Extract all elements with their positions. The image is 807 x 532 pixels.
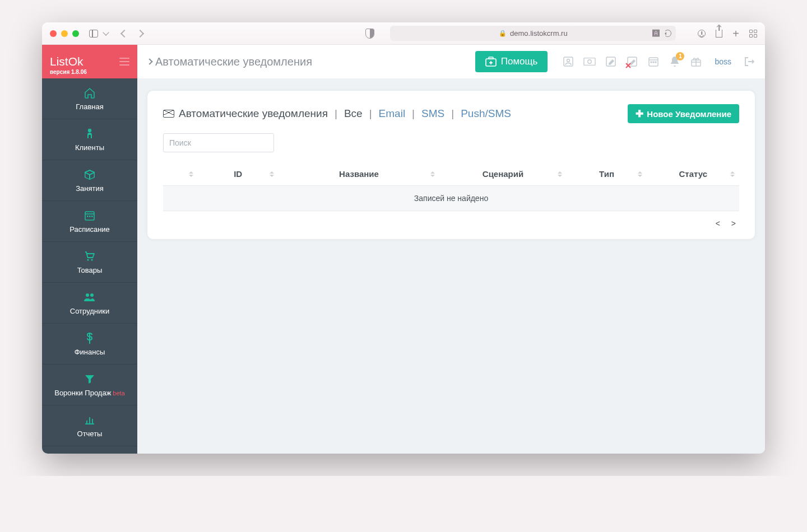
box-icon xyxy=(84,169,96,181)
svg-point-19 xyxy=(588,60,591,63)
sidebar-item-label: Главная xyxy=(76,102,103,111)
sidebar-item-home[interactable]: Главная xyxy=(42,78,137,119)
home-icon xyxy=(84,87,96,99)
refresh-icon[interactable] xyxy=(664,30,671,37)
forward-button[interactable] xyxy=(136,29,144,37)
window-controls[interactable] xyxy=(50,30,79,37)
bell-icon[interactable]: 1 xyxy=(669,55,681,68)
brand-name: ListOk xyxy=(50,55,84,68)
help-button[interactable]: Помощь xyxy=(475,51,548,72)
sidebar-item-label: Сотрудники xyxy=(70,307,109,315)
sidebar-item-label: Отчеты xyxy=(77,430,103,438)
page-title: Автоматические уведомления xyxy=(147,55,312,68)
notifications-panel: Автоматические уведомления | Все | Email… xyxy=(147,91,755,239)
sidebar-item-staff[interactable]: Сотрудники xyxy=(42,283,137,324)
new-notification-button[interactable]: ✚ Новое Уведомление xyxy=(628,104,739,123)
gift-icon[interactable] xyxy=(690,55,702,68)
sidebar-item-finance[interactable]: Финансы xyxy=(42,324,137,365)
svg-point-25 xyxy=(653,62,654,63)
edit-icon[interactable] xyxy=(605,55,617,68)
sidebar-item-funnels[interactable]: Воронки Продажbeta xyxy=(42,365,137,405)
sidebar-item-label: Финансы xyxy=(75,348,105,356)
pager-prev[interactable]: < xyxy=(716,219,720,228)
svg-point-26 xyxy=(655,62,656,63)
plus-icon: ✚ xyxy=(636,109,643,119)
share-icon[interactable] xyxy=(716,30,722,38)
url-text: demo.listokcrm.ru xyxy=(510,29,568,38)
col-name[interactable]: Название xyxy=(279,162,440,186)
url-bar[interactable]: 🔒 demo.listokcrm.ru 🅰 xyxy=(390,26,676,41)
topbar: Автоматические уведомления Помощь 1 xyxy=(137,45,765,78)
sidebar-item-label: Расписание xyxy=(69,225,110,234)
sidebar-item-classes[interactable]: Занятия xyxy=(42,160,137,201)
svg-point-0 xyxy=(88,128,91,132)
svg-point-8 xyxy=(86,293,89,297)
app-sidebar: ListOk версия 1.8.06 Главная Клиенты Зан… xyxy=(42,45,137,454)
money-icon[interactable] xyxy=(583,55,596,68)
translate-icon[interactable]: 🅰 xyxy=(652,29,660,38)
sidebar-item-label: Занятия xyxy=(76,184,104,193)
sidebar-item-reports[interactable]: Отчеты xyxy=(42,405,137,446)
filter-sms[interactable]: SMS xyxy=(421,108,444,120)
card-icon[interactable] xyxy=(562,55,574,68)
panel-heading: Автоматические уведомления xyxy=(179,108,328,120)
svg-rect-18 xyxy=(584,58,595,66)
back-button[interactable] xyxy=(120,29,128,37)
sidebar-toggle-icon xyxy=(89,30,98,38)
svg-rect-3 xyxy=(87,216,89,217)
svg-point-6 xyxy=(87,259,89,260)
calendar-icon xyxy=(84,209,95,222)
notification-badge: 1 xyxy=(676,52,684,60)
svg-rect-4 xyxy=(89,216,91,217)
browser-titlebar: 🔒 demo.listokcrm.ru 🅰 + xyxy=(42,22,765,45)
col-toggle[interactable] xyxy=(163,162,198,186)
search-input[interactable] xyxy=(163,133,274,152)
dollar-icon xyxy=(86,332,94,344)
funnel-icon xyxy=(85,373,95,385)
filter-all[interactable]: Все xyxy=(344,108,363,120)
user-label[interactable]: boss xyxy=(715,57,731,66)
users-icon xyxy=(83,291,96,304)
sidebar-item-goods[interactable]: Товары xyxy=(42,242,137,283)
svg-rect-5 xyxy=(91,216,93,217)
sidebar-item-schedule[interactable]: Расписание xyxy=(42,201,137,242)
col-id[interactable]: ID xyxy=(198,162,279,186)
col-scenario[interactable]: Сценарий xyxy=(439,162,566,186)
downloads-icon[interactable] xyxy=(698,30,706,38)
cart-icon xyxy=(84,250,96,263)
sidebar-item-clients[interactable]: Клиенты xyxy=(42,119,137,160)
privacy-shield-icon[interactable] xyxy=(365,29,374,39)
maximize-dot[interactable] xyxy=(72,30,79,37)
sidebar-toggle-group[interactable] xyxy=(89,30,108,38)
logout-icon[interactable] xyxy=(744,57,755,67)
chevron-down-icon xyxy=(103,29,109,35)
svg-point-9 xyxy=(90,293,94,297)
chevron-right-icon xyxy=(146,58,152,64)
minimize-dot[interactable] xyxy=(61,30,68,37)
calendar-small-icon[interactable] xyxy=(647,55,660,68)
brand-version: версия 1.8.06 xyxy=(50,69,87,75)
close-dot[interactable] xyxy=(50,30,57,37)
hamburger-icon[interactable] xyxy=(119,58,129,66)
filter-push[interactable]: Push/SMS xyxy=(461,108,511,120)
notifications-table: ID Название Сценарий Тип Статус Записей … xyxy=(163,162,739,211)
col-type[interactable]: Тип xyxy=(567,162,647,186)
svg-point-24 xyxy=(651,62,652,63)
chart-icon xyxy=(84,414,95,426)
pagination: < > xyxy=(163,211,739,228)
edit-cancel-icon[interactable] xyxy=(626,55,638,68)
lock-icon: 🔒 xyxy=(499,30,507,37)
sidebar-item-label: Товары xyxy=(77,266,103,274)
sidebar-item-label: Клиенты xyxy=(75,143,104,152)
pager-next[interactable]: > xyxy=(731,219,736,228)
filter-email[interactable]: Email xyxy=(379,108,406,120)
tabs-overview-icon[interactable] xyxy=(749,30,757,38)
new-tab-icon[interactable]: + xyxy=(732,28,739,39)
person-icon xyxy=(85,128,94,140)
svg-rect-15 xyxy=(489,57,493,59)
col-status[interactable]: Статус xyxy=(647,162,739,186)
medkit-icon xyxy=(485,57,497,67)
svg-point-17 xyxy=(567,59,570,62)
table-empty-row: Записей не найдено xyxy=(163,186,739,211)
envelope-icon xyxy=(163,110,174,118)
